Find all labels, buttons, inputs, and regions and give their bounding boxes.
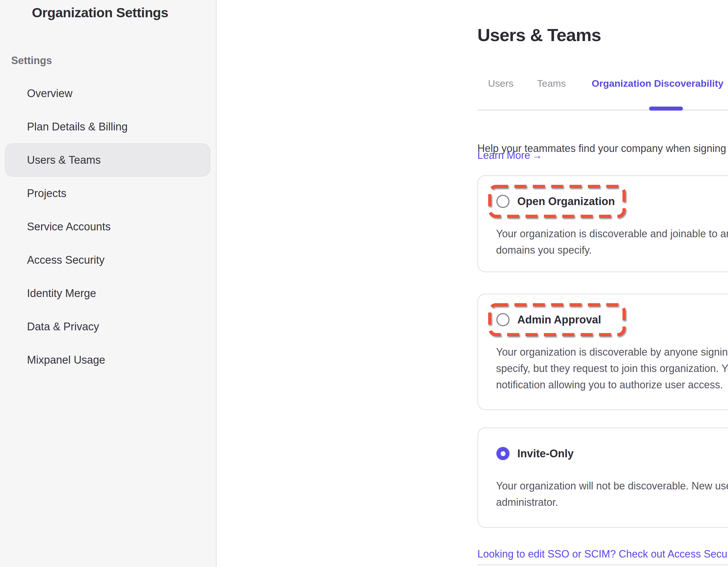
learn-more-link[interactable]: Learn More→ (477, 149, 542, 161)
tab-users[interactable]: Users (488, 78, 514, 89)
sidebar-item-projects[interactable]: Projects (5, 177, 210, 210)
bottom-divider (477, 564, 728, 566)
learn-more-label: Learn More (477, 149, 530, 161)
open-organization-radio[interactable] (496, 195, 510, 208)
sidebar-item-label: Service Accounts (27, 220, 111, 233)
sidebar-item-label: Data & Privacy (27, 321, 99, 333)
sidebar-item-label: Users & Teams (27, 154, 101, 166)
page-title: Users & Teams (477, 25, 601, 45)
option-card-open-organization[interactable]: Open Organization Your organization is d… (477, 175, 728, 272)
sidebar-item-label: Projects (27, 187, 66, 200)
option-card-invite-only[interactable]: Invite-Only Your organization will not b… (477, 427, 728, 528)
main-content: Users & Teams Users Teams Organization D… (218, 0, 728, 567)
option-description-invite-only: Your organization will not be discoverab… (496, 478, 728, 510)
sidebar-item-access-security[interactable]: Access Security (5, 243, 210, 276)
sidebar-item-label: Access Security (27, 254, 104, 266)
footer-link-label: Looking to edit SSO or SCIM? Check out A… (477, 548, 728, 560)
tab-organization-discoverability[interactable]: Organization Discoverability (592, 78, 723, 89)
option-label-open-organization: Open Organization (517, 194, 615, 208)
footer-access-security-link[interactable]: Looking to edit SSO or SCIM? Check out A… (477, 548, 728, 560)
sidebar-item-label: Overview (27, 87, 72, 100)
sidebar-title: Organization Settings (32, 5, 168, 20)
sidebar-item-plan-details-billing[interactable]: Plan Details & Billing (5, 110, 210, 143)
sidebar-item-identity-merge[interactable]: Identity Merge (5, 276, 210, 310)
arrow-right-icon: → (530, 149, 542, 161)
option-description-admin-approval: Your organization is discoverable by any… (496, 344, 728, 393)
sidebar-item-service-accounts[interactable]: Service Accounts (5, 210, 210, 243)
organization-settings-page: Organization Settings Settings Overview … (0, 0, 728, 567)
option-label-admin-approval: Admin Approval (517, 313, 601, 327)
sidebar-item-data-privacy[interactable]: Data & Privacy (5, 310, 210, 343)
option-description-open-organization: Your organization is discoverable and jo… (496, 225, 728, 258)
sidebar-item-label: Identity Merge (27, 287, 96, 300)
sidebar-nav: Overview Plan Details & Billing Users & … (0, 77, 217, 377)
sidebar-section-settings: Settings (11, 55, 52, 67)
tab-teams[interactable]: Teams (537, 78, 566, 89)
invite-only-radio[interactable] (496, 447, 510, 460)
sidebar-item-label: Plan Details & Billing (27, 121, 128, 133)
active-tab-indicator (649, 107, 683, 111)
sidebar-item-users-teams[interactable]: Users & Teams (5, 143, 210, 177)
option-label-invite-only: Invite-Only (517, 447, 574, 460)
sidebar-item-mixpanel-usage[interactable]: Mixpanel Usage (5, 343, 210, 377)
sidebar-item-overview[interactable]: Overview (5, 77, 210, 110)
option-card-admin-approval[interactable]: Admin Approval Your organization is disc… (477, 294, 728, 410)
sidebar: Organization Settings Settings Overview … (0, 0, 217, 567)
admin-approval-radio[interactable] (496, 313, 510, 326)
sidebar-item-label: Mixpanel Usage (27, 354, 105, 366)
tab-underline (477, 109, 728, 111)
